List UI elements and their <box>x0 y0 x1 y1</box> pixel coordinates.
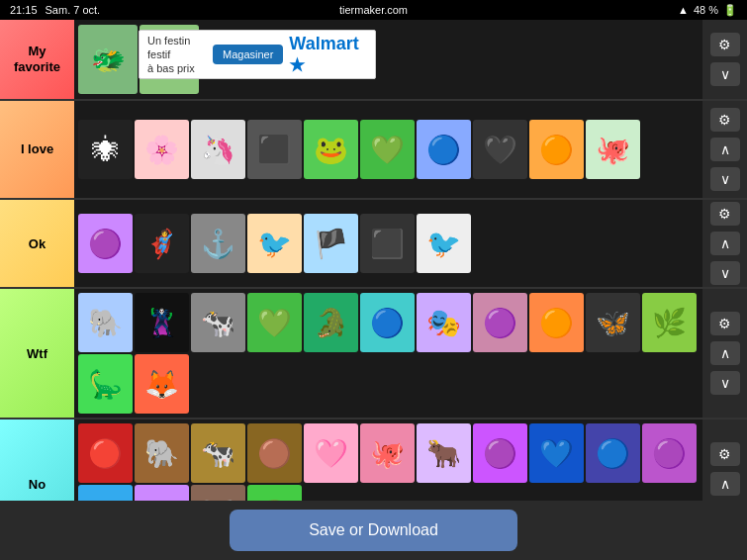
list-item: 🐲 <box>78 25 138 94</box>
day: Sam. 7 oct. <box>46 4 101 16</box>
gear-button-d[interactable]: ⚙ <box>710 442 740 466</box>
list-item: 🐦 <box>247 214 302 273</box>
list-item: 🟣 <box>78 214 133 273</box>
list-item: ⚓ <box>191 214 245 273</box>
ad-line1: Un festin festif <box>147 34 207 62</box>
list-item: 🔵 <box>417 120 471 179</box>
list-item: 🐂 <box>417 423 471 483</box>
list-item: 💚 <box>247 293 302 352</box>
list-item: 🐘 <box>135 423 189 483</box>
list-item: 🕷 <box>78 120 133 179</box>
tier-row-d: No 🔴 🐘 🐄 🟤 🩷 🐙 🐂 🟣 💙 🔵 🟣 🐙 💜 🐺 🟢 ⚙ ∧ ∨ <box>0 420 747 501</box>
status-left: 21:15 Sam. 7 oct. <box>10 4 100 16</box>
list-item: 🦹 <box>135 293 189 352</box>
list-item: 🐙 <box>78 485 133 501</box>
list-item: 🦄 <box>191 120 245 179</box>
list-item: 🐦 <box>417 214 471 273</box>
bottom-bar: Save or Download <box>0 501 747 560</box>
list-item: 🖤 <box>473 120 527 179</box>
list-item: 🐘 <box>78 293 133 352</box>
list-item: 🐙 <box>586 120 640 179</box>
list-item: 💜 <box>135 485 189 501</box>
list-item: ⬛ <box>360 214 415 273</box>
list-item: 🦋 <box>586 293 640 352</box>
list-item: 🟣 <box>642 423 697 483</box>
list-item: 🏴 <box>304 214 358 273</box>
list-item: 🌿 <box>642 293 697 352</box>
list-item: 🩷 <box>304 423 358 483</box>
tier-label-s: My favorite <box>0 20 74 99</box>
list-item: 🔵 <box>360 293 415 352</box>
arrow-down-button-b[interactable]: ∨ <box>710 261 740 285</box>
tier-row-c: Wtf 🐘 🦹 🐄 💚 🐊 🔵 🎭 🟣 🟠 🦋 🌿 🦕 🦊 ⚙ ∧ ∨ <box>0 289 747 420</box>
list-item: 🐙 <box>360 423 415 483</box>
tier-label-a: I love <box>0 101 74 198</box>
ad-banner: Un festin festif à bas prix Magasiner Wa… <box>139 30 376 79</box>
gear-button-c[interactable]: ⚙ <box>710 312 740 335</box>
list-item: 🟢 <box>247 485 302 501</box>
list-item: 🦊 <box>135 354 189 414</box>
list-item: 🟣 <box>473 423 527 483</box>
save-download-button[interactable]: Save or Download <box>230 510 517 551</box>
url: tiermaker.com <box>339 4 408 16</box>
tier-actions-s: ⚙ ∨ <box>702 20 747 99</box>
time: 21:15 <box>10 4 38 16</box>
list-item: 🎭 <box>417 293 471 352</box>
tier-content-a[interactable]: 🕷 🌸 🦄 ⬛ 🐸 💚 🔵 🖤 🟠 🐙 <box>74 101 702 198</box>
list-item: 🐄 <box>191 293 245 352</box>
tier-content-b[interactable]: 🟣 🦸 ⚓ 🐦 🏴 ⬛ 🐦 <box>74 200 702 287</box>
arrow-up-button-a[interactable]: ∧ <box>710 138 740 161</box>
list-item: 🟠 <box>529 120 584 179</box>
battery: 48 % <box>694 4 718 16</box>
tier-content-c[interactable]: 🐘 🦹 🐄 💚 🐊 🔵 🎭 🟣 🟠 🦋 🌿 🦕 🦊 <box>74 289 702 418</box>
main-content: My favorite 🐲 🟢 ⚙ ∨ I love 🕷 🌸 🦄 ⬛ 🐸 💚 🔵… <box>0 20 747 501</box>
list-item: 🐺 <box>191 485 245 501</box>
list-item: 🐸 <box>304 120 358 179</box>
walmart-brand: Walmart ★ <box>289 34 367 76</box>
arrow-up-button-c[interactable]: ∧ <box>710 341 740 365</box>
list-item: 🔴 <box>78 423 133 483</box>
gear-button-s[interactable]: ⚙ <box>710 33 740 56</box>
arrow-up-button-b[interactable]: ∧ <box>710 232 740 255</box>
gear-button-b[interactable]: ⚙ <box>710 202 740 226</box>
tier-row-a: I love 🕷 🌸 🦄 ⬛ 🐸 💚 🔵 🖤 🟠 🐙 ⚙ ∧ ∨ <box>0 101 747 200</box>
tier-actions-b: ⚙ ∧ ∨ <box>702 200 747 287</box>
list-item: ⬛ <box>247 120 302 179</box>
list-item: 🐊 <box>304 293 358 352</box>
tier-content-d[interactable]: 🔴 🐘 🐄 🟤 🩷 🐙 🐂 🟣 💙 🔵 🟣 🐙 💜 🐺 🟢 <box>74 420 702 501</box>
list-item: 🟠 <box>529 293 584 352</box>
status-right: ▲ 48 % 🔋 <box>678 4 737 17</box>
list-item: 💚 <box>360 120 415 179</box>
wifi-icon: ▲ <box>678 4 689 16</box>
tier-label-c: Wtf <box>0 289 74 418</box>
list-item: 🔵 <box>586 423 640 483</box>
tier-actions-a: ⚙ ∧ ∨ <box>702 101 747 198</box>
arrow-up-button-d[interactable]: ∧ <box>710 472 740 496</box>
list-item: 🌸 <box>135 120 189 179</box>
list-item: 💙 <box>529 423 584 483</box>
gear-button-a[interactable]: ⚙ <box>710 108 740 132</box>
arrow-down-button-a[interactable]: ∨ <box>710 167 740 191</box>
tier-actions-c: ⚙ ∧ ∨ <box>702 289 747 418</box>
tier-label-b: Ok <box>0 200 74 287</box>
tier-actions-d: ⚙ ∧ ∨ <box>702 420 747 501</box>
ad-cta-button[interactable]: Magasiner <box>213 45 283 64</box>
ad-line2: à bas prix <box>147 61 207 75</box>
list-item: 🦕 <box>78 354 133 414</box>
list-item: 🟤 <box>247 423 302 483</box>
arrow-down-button-s[interactable]: ∨ <box>710 62 740 86</box>
arrow-down-button-c[interactable]: ∨ <box>710 371 740 395</box>
list-item: 🟣 <box>473 293 527 352</box>
list-item: 🦸 <box>135 214 189 273</box>
tier-row-b: Ok 🟣 🦸 ⚓ 🐦 🏴 ⬛ 🐦 ⚙ ∧ ∨ <box>0 200 747 289</box>
status-bar: 21:15 Sam. 7 oct. tiermaker.com ▲ 48 % 🔋 <box>0 0 747 20</box>
tier-label-d: No <box>0 420 74 501</box>
list-item: 🐄 <box>191 423 245 483</box>
battery-icon: 🔋 <box>723 4 737 17</box>
